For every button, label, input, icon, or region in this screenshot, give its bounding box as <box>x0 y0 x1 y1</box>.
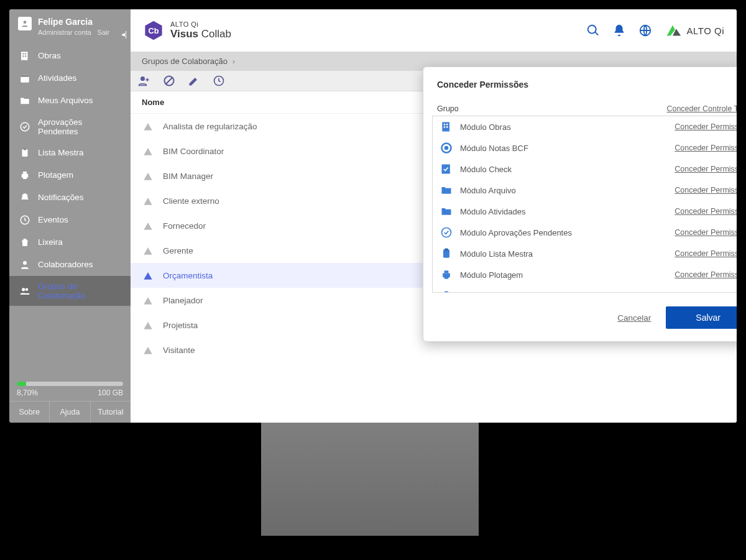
group-icon <box>142 319 154 331</box>
footer-link-sobre[interactable]: Sobre <box>9 402 49 423</box>
chevron-right-icon: › <box>230 57 235 66</box>
app-window: Felipe Garcia Administrar conta Sair ◂| … <box>9 9 737 423</box>
check-circle-icon <box>19 121 30 132</box>
permissions-list: Módulo ObrasConceder PermissãoMódulo Not… <box>432 116 737 293</box>
module-name: Módulo Notas BCF <box>460 144 528 153</box>
logout-link[interactable]: Sair <box>98 29 110 36</box>
group-icon <box>142 170 154 182</box>
sidebar-item-obras[interactable]: Obras <box>9 45 131 67</box>
sidebar-item-meus-arquivos[interactable]: Meus Arquivos <box>9 90 131 112</box>
group-icon <box>142 195 154 207</box>
globe-icon[interactable] <box>638 24 652 37</box>
bell-icon[interactable] <box>612 24 626 37</box>
svg-rect-61 <box>444 277 449 279</box>
cancel-button[interactable]: Cancelar <box>617 313 651 323</box>
approve-icon <box>440 226 453 239</box>
svg-rect-51 <box>444 126 446 128</box>
group-name: Fornecedor <box>163 221 206 231</box>
footer-link-tutorial[interactable]: Tutorial <box>90 402 131 423</box>
svg-rect-2 <box>22 53 24 54</box>
sidebar-item-plotagem[interactable]: Plotagem <box>9 164 131 186</box>
printer-icon <box>19 170 30 181</box>
brand: Cb ALTO Qi Visus Collab <box>143 20 231 41</box>
permission-row: Módulo CheckConceder Permissão <box>433 158 737 180</box>
add-user-icon[interactable] <box>138 75 150 87</box>
search-icon[interactable] <box>586 24 600 37</box>
sidebar-footer: SobreAjudaTutorial <box>9 401 131 423</box>
grant-permission-link[interactable]: Conceder Permissão <box>675 165 737 173</box>
edit-icon[interactable] <box>188 75 200 87</box>
grant-permission-link[interactable]: Conceder Permissão <box>675 228 737 237</box>
svg-rect-12 <box>23 172 27 174</box>
group-icon <box>142 269 154 282</box>
group-name: Cliente externo <box>163 196 219 206</box>
group-icon <box>142 294 154 306</box>
manage-account-link[interactable]: Administrar conta <box>38 29 91 36</box>
calendar-icon <box>19 73 30 84</box>
grant-permission-link[interactable]: Conceder Permissão <box>675 186 737 195</box>
sidebar-item-label: Plotagem <box>38 170 73 180</box>
avatar <box>18 17 32 30</box>
footer-link-ajuda[interactable]: Ajuda <box>49 402 90 423</box>
svg-rect-55 <box>442 165 450 174</box>
sidebar-item-label: Aprovações Pendentes <box>38 117 121 136</box>
grant-permission-link[interactable]: Conceder Permissão <box>675 122 737 131</box>
user-block: Felipe Garcia Administrar conta Sair ◂| <box>9 9 131 41</box>
svg-rect-4 <box>22 55 24 57</box>
permission-row: Módulo PlotagemConceder Permissão <box>433 264 737 285</box>
svg-rect-58 <box>445 249 448 250</box>
grant-permission-link[interactable]: Conceder Permissão <box>675 144 737 152</box>
block-icon[interactable] <box>163 75 175 87</box>
sidebar-item-grupos-de-colaboração[interactable]: Grupos de Colaboração <box>9 276 131 306</box>
company-logo: ALTO Qi <box>665 22 724 39</box>
module-name: Módulo Check <box>460 165 512 174</box>
svg-point-8 <box>21 122 29 131</box>
svg-rect-52 <box>446 126 448 128</box>
svg-line-26 <box>166 78 172 84</box>
group-name: Visitante <box>163 346 195 355</box>
save-button[interactable]: Salvar <box>666 306 737 329</box>
clock-icon <box>19 214 30 226</box>
group-column-label: Grupo <box>437 104 459 113</box>
sidebar-item-aprovações-pendentes[interactable]: Aprovações Pendentes <box>9 112 131 142</box>
sidebar-item-eventos[interactable]: Eventos <box>9 209 131 231</box>
svg-marker-46 <box>144 322 152 329</box>
group-icon <box>142 120 154 132</box>
grant-permission-link[interactable]: Conceder Permissão <box>675 207 737 216</box>
building-blue-icon <box>440 121 453 133</box>
svg-rect-49 <box>444 124 446 126</box>
collapse-sidebar-icon[interactable]: ◂| <box>121 30 127 39</box>
svg-rect-5 <box>25 55 26 57</box>
group-icon <box>142 145 154 157</box>
svg-marker-47 <box>144 347 152 354</box>
svg-marker-41 <box>144 198 152 205</box>
svg-marker-45 <box>144 297 152 305</box>
group-icon <box>142 219 154 232</box>
sidebar-item-label: Lista Mestra <box>38 148 84 157</box>
group-name: Orçamentista <box>163 271 213 280</box>
grant-permission-link[interactable]: Conceder Permissão <box>675 249 737 258</box>
permissions-modal: Conceder Permissões ✕ Grupo Conceder Con… <box>423 67 737 342</box>
sidebar-item-label: Atividades <box>38 73 76 83</box>
sidebar-item-colaboradores[interactable]: Colaboradores <box>9 254 131 276</box>
sidebar-item-lixeira[interactable]: Lixeira <box>9 231 131 254</box>
svg-marker-39 <box>144 148 152 155</box>
svg-rect-50 <box>446 124 448 126</box>
sidebar-item-lista-mestra[interactable]: Lista Mestra <box>9 142 131 164</box>
group-name: Gerente <box>163 246 193 255</box>
sidebar-item-atividades[interactable]: Atividades <box>9 67 131 90</box>
user-name: Felipe Garcia <box>38 17 109 27</box>
permission-row: Módulo Notas BCFConceder Permissão <box>433 137 737 158</box>
grant-permission-link[interactable]: Conceder Permissão <box>675 270 737 279</box>
sidebar-item-notificações[interactable]: Notificações <box>9 186 131 209</box>
module-name: Módulo Obras <box>460 122 511 132</box>
permission-row: Módulo NotificaçõesConceder Permissão <box>433 285 737 293</box>
svg-marker-40 <box>144 173 152 180</box>
svg-rect-9 <box>22 149 28 157</box>
nav-list: ObrasAtividadesMeus ArquivosAprovações P… <box>9 45 131 306</box>
svg-point-16 <box>22 288 25 291</box>
svg-rect-57 <box>443 249 449 257</box>
clock-icon[interactable] <box>213 75 225 87</box>
permission-row: Módulo ObrasConceder Permissão <box>433 116 737 137</box>
grant-all-link[interactable]: Conceder Controle Total <box>666 104 737 113</box>
